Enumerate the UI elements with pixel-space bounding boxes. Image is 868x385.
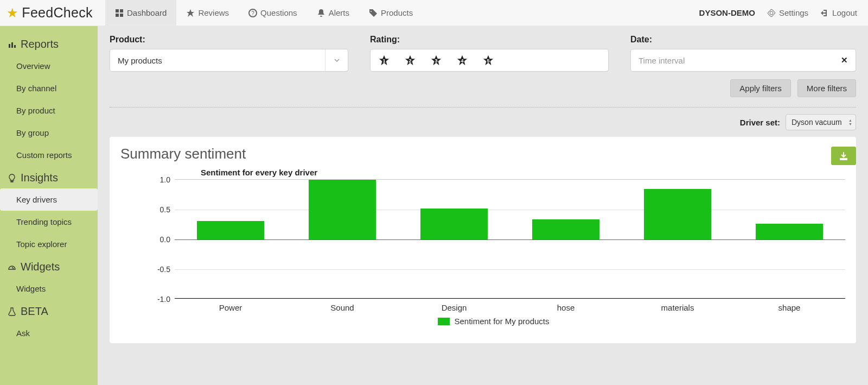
sidebar: Reports Overview By channel By product B…: [0, 26, 98, 385]
topnav-label: Alerts: [329, 8, 349, 17]
chart-legend: Sentiment for My products: [142, 317, 845, 326]
sidebar-item-ask[interactable]: Ask: [0, 322, 98, 344]
topnav-products[interactable]: Products: [359, 0, 423, 26]
app-name: FeedCheck: [22, 5, 93, 21]
filter-row: Product: My products Rating: 1 2 3 4 5: [98, 26, 868, 72]
svg-rect-9: [14, 45, 16, 48]
x-tick-label: materials: [622, 299, 733, 312]
svg-text:?: ?: [251, 10, 254, 16]
bar[interactable]: [532, 219, 599, 239]
apply-filters-button[interactable]: Apply filters: [730, 79, 791, 97]
topnav-dashboard[interactable]: Dashboard: [105, 0, 176, 26]
topnav-label: Dashboard: [127, 8, 167, 17]
bulb-icon: [8, 174, 16, 182]
barchart-icon: [8, 40, 16, 49]
sidebar-item-key-drivers[interactable]: Key drivers: [0, 188, 98, 211]
top-right: DYSON-DEMO Settings Logout: [699, 8, 868, 17]
help-icon: ?: [248, 9, 257, 17]
chart-plot: -1.0-0.50.00.51.0: [175, 179, 845, 299]
topnav-label: Reviews: [198, 8, 229, 17]
filter-buttons: Apply filters More filters: [98, 72, 868, 97]
rating-label: Rating:: [370, 35, 609, 45]
topnav-label: Products: [381, 8, 413, 17]
sidebar-item-trending-topics[interactable]: Trending topics: [0, 211, 98, 233]
chart-title: Sentiment for every key driver: [201, 168, 845, 177]
driver-set-row: Driver set: Dyson vacuum ▲▼: [98, 114, 868, 137]
separator: [110, 107, 856, 108]
y-tick-label: 0.5: [160, 205, 170, 214]
rating-star-1[interactable]: 1: [378, 54, 390, 66]
topnav-label: Questions: [260, 8, 297, 17]
x-tick-label: Design: [398, 299, 510, 312]
sidebar-section-widgets: Widgets: [0, 255, 98, 277]
sidebar-item-by-channel[interactable]: By channel: [0, 77, 98, 99]
y-tick-label: 0.0: [160, 235, 170, 244]
bar[interactable]: [420, 209, 488, 239]
sidebar-section-title: Widgets: [21, 261, 60, 273]
product-value: My products: [118, 56, 162, 65]
panel-title: Summary sentiment: [110, 146, 856, 162]
driver-set-value: Dyson vacuum: [792, 118, 842, 127]
bar[interactable]: [309, 180, 376, 239]
svg-rect-0: [116, 9, 119, 12]
bar[interactable]: [197, 221, 264, 239]
driver-set-select[interactable]: Dyson vacuum ▲▼: [786, 114, 856, 130]
legend-text: Sentiment for My products: [454, 317, 549, 326]
x-tick-label: Power: [175, 299, 286, 312]
clear-date-icon[interactable]: ✕: [841, 55, 848, 65]
star-icon: [186, 9, 195, 17]
rating-star-5[interactable]: 5: [482, 54, 494, 66]
download-button[interactable]: [831, 147, 856, 165]
sidebar-item-by-group[interactable]: By group: [0, 122, 98, 144]
download-icon: [839, 152, 848, 160]
sidebar-section-title: Insights: [21, 172, 58, 184]
sidebar-item-topic-explorer[interactable]: Topic explorer: [0, 233, 98, 255]
gear-icon: [767, 9, 776, 17]
logo[interactable]: ★ FeedCheck: [7, 5, 97, 21]
svg-rect-8: [11, 42, 13, 48]
topnav: Dashboard Reviews ? Questions Alerts Pro…: [105, 0, 423, 26]
date-label: Date:: [630, 35, 856, 45]
settings-label: Settings: [779, 8, 808, 17]
logout-icon: [820, 9, 829, 17]
x-tick-label: shape: [733, 299, 845, 312]
main: Product: My products Rating: 1 2 3 4 5: [98, 26, 868, 385]
rating-star-3[interactable]: 3: [430, 54, 442, 66]
topnav-questions[interactable]: ? Questions: [239, 0, 307, 26]
user-name: DYSON-DEMO: [699, 8, 755, 17]
date-input[interactable]: Time interval ✕: [630, 49, 856, 72]
sidebar-item-custom-reports[interactable]: Custom reports: [0, 144, 98, 166]
sidebar-item-by-product[interactable]: By product: [0, 99, 98, 122]
y-tick-label: -0.5: [157, 265, 170, 274]
rating-star-4[interactable]: 4: [456, 54, 468, 66]
product-label: Product:: [110, 35, 348, 45]
y-tick-label: 1.0: [160, 175, 170, 184]
bar[interactable]: [644, 189, 711, 240]
date-placeholder: Time interval: [639, 56, 685, 65]
sidebar-item-overview[interactable]: Overview: [0, 55, 98, 77]
svg-marker-4: [187, 9, 194, 17]
bell-icon: [317, 9, 326, 17]
sidebar-item-widgets[interactable]: Widgets: [0, 277, 98, 300]
sidebar-section-beta: BETA: [0, 300, 98, 322]
rating-filter: 1 2 3 4 5: [370, 49, 609, 72]
topbar: ★ FeedCheck Dashboard Reviews ? Question…: [0, 0, 868, 26]
logout-link[interactable]: Logout: [820, 8, 857, 17]
sidebar-section-reports: Reports: [0, 33, 98, 55]
updown-icon: ▲▼: [848, 118, 852, 126]
summary-panel: Summary sentiment Sentiment for every ke…: [110, 137, 856, 343]
x-tick-label: hose: [510, 299, 622, 312]
sidebar-section-insights: Insights: [0, 166, 98, 188]
product-select[interactable]: My products: [110, 49, 348, 72]
x-tick-label: Sound: [286, 299, 398, 312]
logout-label: Logout: [832, 8, 857, 17]
bar[interactable]: [756, 224, 823, 239]
svg-rect-2: [116, 14, 119, 17]
more-filters-button[interactable]: More filters: [797, 79, 856, 97]
driver-set-label: Driver set:: [740, 118, 780, 127]
topnav-alerts[interactable]: Alerts: [307, 0, 359, 26]
topnav-reviews[interactable]: Reviews: [176, 0, 239, 26]
flask-icon: [8, 307, 16, 316]
settings-link[interactable]: Settings: [767, 8, 808, 17]
rating-star-2[interactable]: 2: [404, 54, 416, 66]
